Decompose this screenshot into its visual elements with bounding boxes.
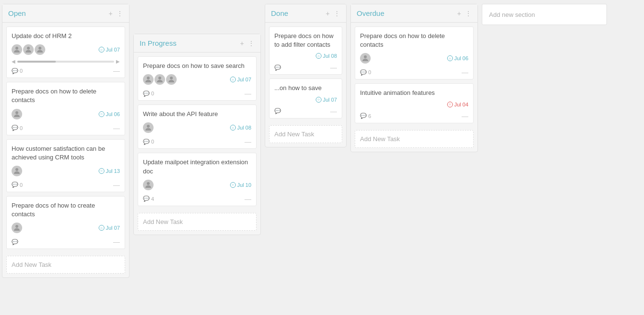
scroll-right-arrow[interactable]: ▶ — [116, 59, 120, 64]
collapse-btn-t9[interactable]: — — [330, 107, 337, 115]
clock-icon: ○ — [316, 53, 322, 59]
task-footer-t4: 💬 — — [12, 236, 120, 246]
task-card-t6[interactable]: Write about the API feature ○ Jul 08 💬 — [138, 105, 257, 149]
task-meta-t4: ○ Jul 07 — [12, 223, 120, 233]
task-title-t6: Write about the API feature — [143, 110, 251, 118]
task-title-t2: Prepare docs on how to delete contacts — [12, 87, 120, 105]
svg-point-3 — [15, 111, 18, 114]
task-footer-t11: 💬 6 — — [360, 110, 468, 120]
scroll-bar-track — [17, 61, 114, 63]
task-card-t7[interactable]: Update mailpoet integration extension do… — [138, 153, 257, 206]
collapse-btn-t3[interactable]: — — [113, 181, 120, 189]
avatar — [12, 109, 22, 119]
clock-icon: ○ — [99, 47, 104, 52]
task-card-t3[interactable]: How customer satisfaction can be achieve… — [6, 139, 125, 192]
add-task-icon-open[interactable]: + — [109, 10, 113, 17]
add-task-icon-done[interactable]: + — [326, 10, 330, 17]
collapse-btn-t10[interactable]: — — [462, 68, 468, 76]
comment-icon: 💬 — [360, 69, 367, 76]
add-task-icon-inprogress[interactable]: + — [240, 39, 244, 47]
task-date-t11: ○ Jul 04 — [447, 102, 468, 107]
add-task-button-done[interactable]: Add New Task — [269, 125, 342, 143]
more-options-icon-done[interactable]: ⋮ — [334, 10, 340, 17]
task-meta-t6: ○ Jul 08 — [143, 122, 251, 133]
clock-icon: ○ — [99, 111, 104, 117]
task-card-t8[interactable]: Prepare docs on how to add filter contac… — [269, 26, 342, 75]
collapse-btn-t4[interactable]: — — [113, 238, 120, 246]
collapse-btn-t2[interactable]: — — [113, 124, 120, 132]
column-header-inprogress: In Progress + ⋮ — [134, 34, 260, 52]
task-card-t10[interactable]: Prepare docs on how to delete contacts ○… — [355, 26, 474, 79]
svg-point-7 — [158, 77, 161, 79]
comment-count-t8: 💬 — [274, 65, 281, 71]
clock-icon: ○ — [316, 97, 322, 103]
task-card-t2[interactable]: Prepare docs on how to delete contacts ○… — [6, 82, 125, 135]
more-options-icon-open[interactable]: ⋮ — [116, 10, 123, 17]
task-card-t11[interactable]: Intuitive animation features ○ Jul 04 💬 … — [355, 83, 474, 123]
svg-point-4 — [15, 168, 18, 171]
add-new-section[interactable]: Add new section — [482, 4, 607, 25]
task-date-t6: ○ Jul 08 — [230, 125, 251, 131]
avatar — [143, 180, 154, 190]
svg-point-9 — [147, 125, 150, 128]
task-title-t5: Prepare docs on how to save search — [143, 62, 251, 70]
task-footer-t3: 💬 0 — — [12, 179, 120, 189]
comment-icon: 💬 — [12, 125, 18, 131]
comment-count-t10: 💬 0 — [360, 69, 371, 76]
avatar — [155, 74, 165, 85]
column-inprogress: In Progress + ⋮ Prepare docs on how to s… — [133, 34, 261, 235]
clock-icon: ○ — [230, 77, 236, 82]
avatar — [166, 74, 177, 85]
avatar — [35, 44, 45, 55]
comment-count-t7: 💬 4 — [143, 196, 154, 202]
collapse-btn-t1[interactable]: — — [113, 67, 120, 75]
svg-point-8 — [170, 77, 173, 79]
svg-point-5 — [15, 225, 18, 228]
task-footer-t5: 💬 0 — — [143, 88, 251, 97]
avatar — [360, 53, 371, 64]
column-overdue: Overdue + ⋮ Prepare docs on how to delet… — [350, 4, 478, 152]
board-container: Open + ⋮ Update doc of HRM 2 — [0, 0, 644, 315]
task-meta-t9: ○ Jul 07 — [274, 97, 337, 103]
task-card-t5[interactable]: Prepare docs on how to save search — [138, 56, 257, 101]
svg-point-2 — [39, 47, 41, 50]
task-footer-t7: 💬 4 — — [143, 193, 251, 203]
task-date-t7: ○ Jul 10 — [230, 182, 251, 188]
column-actions-open: + ⋮ — [109, 10, 123, 17]
collapse-btn-t8[interactable]: — — [330, 64, 337, 71]
task-card-t1[interactable]: Update doc of HRM 2 ○ — [6, 26, 125, 78]
add-task-button-overdue[interactable]: Add New Task — [355, 130, 474, 148]
avatars-t7 — [143, 180, 154, 190]
task-meta-t10: ○ Jul 06 — [360, 53, 468, 64]
collapse-btn-t7[interactable]: — — [245, 195, 251, 203]
task-date-t3: ○ Jul 13 — [99, 168, 120, 174]
add-task-button-inprogress[interactable]: Add New Task — [138, 213, 257, 231]
more-options-icon-inprogress[interactable]: ⋮ — [248, 39, 255, 47]
task-date-t9: ○ Jul 07 — [316, 97, 337, 103]
add-task-icon-overdue[interactable]: + — [457, 10, 461, 17]
collapse-btn-t5[interactable]: — — [245, 90, 251, 97]
clock-icon: ○ — [230, 125, 236, 131]
task-card-t4[interactable]: Prepare docs of how to create contacts ○… — [6, 196, 125, 249]
collapse-btn-t6[interactable]: — — [245, 138, 251, 145]
task-meta-t8: ○ Jul 08 — [274, 53, 337, 59]
comment-icon: 💬 — [143, 196, 150, 202]
task-meta-t3: ○ Jul 13 — [12, 166, 120, 176]
comment-icon: 💬 — [12, 239, 18, 245]
collapse-btn-t11[interactable]: — — [462, 112, 468, 120]
comment-icon: 💬 — [274, 108, 281, 114]
more-options-icon-overdue[interactable]: ⋮ — [465, 10, 472, 17]
column-actions-done: + ⋮ — [326, 10, 340, 17]
task-date-t4: ○ Jul 07 — [99, 225, 120, 231]
avatars-t10 — [360, 53, 371, 64]
column-actions-overdue: + ⋮ — [457, 10, 472, 17]
task-meta-t7: ○ Jul 10 — [143, 180, 251, 190]
add-task-button-open[interactable]: Add New Task — [6, 256, 125, 274]
column-done: Done + ⋮ Prepare docs on how to add filt… — [265, 4, 347, 147]
scroll-left-arrow[interactable]: ◀ — [12, 59, 15, 64]
task-title-t8: Prepare docs on how to add filter contac… — [274, 32, 337, 49]
column-header-overdue: Overdue + ⋮ — [351, 4, 477, 23]
task-meta-t5: ○ Jul 07 — [143, 74, 251, 85]
comment-count-t6: 💬 0 — [143, 139, 154, 145]
task-card-t9[interactable]: ...on how to save ○ Jul 07 💬 — — [269, 79, 342, 118]
